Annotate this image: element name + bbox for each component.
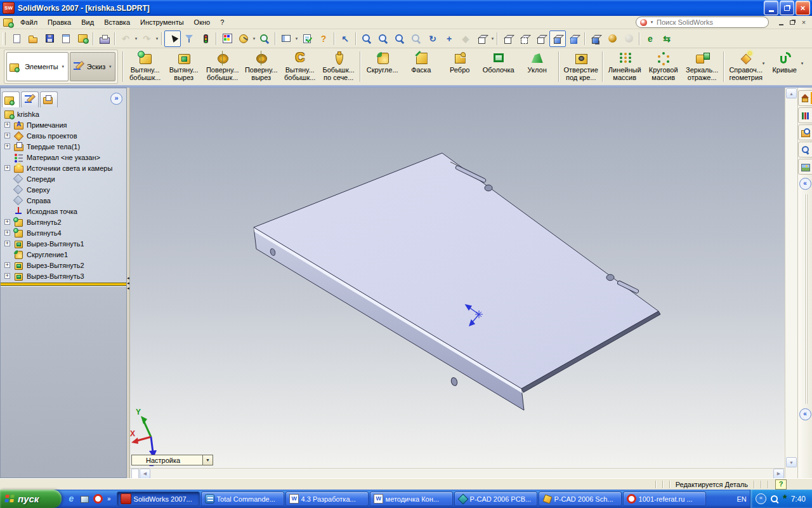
- search-dropdown-icon[interactable]: ▾: [650, 20, 654, 25]
- tree-item-cut[interactable]: +Вырез-Вытянуть1: [1, 238, 126, 249]
- dropdown-icon[interactable]: ▾: [490, 36, 495, 41]
- apply-scene-button[interactable]: [620, 30, 637, 47]
- tab-property-manager[interactable]: [21, 91, 39, 107]
- scroll-right-icon[interactable]: ▶: [773, 469, 784, 479]
- taskbar-button[interactable]: P-CAD 2006 Sch...: [539, 491, 622, 506]
- status-help-button[interactable]: ?: [775, 479, 787, 490]
- revolved-boss-button[interactable]: Поверну...бобышк...: [203, 50, 242, 84]
- restore-button[interactable]: [780, 1, 794, 15]
- taskpane-collapse-icon[interactable]: «: [799, 408, 811, 420]
- close-button[interactable]: ×: [796, 1, 810, 15]
- scroll-down-icon[interactable]: ▼: [786, 457, 797, 467]
- selection-filter-button[interactable]: [181, 30, 197, 47]
- taskpane-tab-design-library[interactable]: [798, 107, 812, 123]
- tree-item-plane[interactable]: Спереди: [1, 173, 126, 184]
- linear-pattern-button[interactable]: Линейныймассив: [605, 50, 644, 84]
- options-button[interactable]: [299, 30, 315, 47]
- taskpane-grip[interactable]: [805, 194, 806, 404]
- configuration-combo[interactable]: Настройка ▼: [131, 455, 213, 465]
- expand-icon[interactable]: +: [4, 273, 10, 279]
- new-document-button[interactable]: [8, 30, 25, 47]
- shaded-with-edges-button[interactable]: [549, 30, 566, 47]
- tree-item-folder-cube[interactable]: +Твердые тела(1): [1, 141, 126, 152]
- expand-icon[interactable]: +: [4, 262, 10, 268]
- show-desktop-icon[interactable]: [81, 496, 89, 503]
- tree-item-origin[interactable]: Исходная точка: [1, 206, 126, 217]
- undo-button[interactable]: ↶: [117, 30, 134, 47]
- tab-sketch[interactable]: Эскиз ▾: [70, 52, 115, 81]
- sketch-tab-dropdown-icon[interactable]: ▾: [108, 64, 112, 69]
- fillet-button[interactable]: Скругле...: [363, 50, 402, 84]
- expand-icon[interactable]: +: [4, 241, 10, 246]
- dropdown-icon[interactable]: ▾: [134, 36, 138, 41]
- make-drawing-from-part-button[interactable]: [58, 30, 74, 47]
- wireframe-button[interactable]: [500, 30, 516, 47]
- rotate-view-button[interactable]: ↻: [424, 30, 441, 47]
- expand-icon[interactable]: +: [4, 122, 10, 128]
- tree-item-boss[interactable]: +Вытянуть2: [1, 217, 126, 227]
- draft-button[interactable]: Уклон: [518, 50, 556, 84]
- search-input[interactable]: ▾ Поиск SolidWorks: [636, 17, 769, 28]
- taskbar-button[interactable]: методичка Кон...: [370, 491, 453, 506]
- view-settings-button[interactable]: [278, 30, 294, 47]
- rebuild-button[interactable]: [197, 30, 214, 47]
- view-orientation-button[interactable]: [474, 30, 490, 47]
- extruded-cut-button[interactable]: Вытяну...вырез: [164, 50, 203, 84]
- tab-feature-manager[interactable]: [2, 91, 20, 107]
- help-button[interactable]: ?: [315, 30, 332, 47]
- dropdown-icon[interactable]: ▾: [155, 36, 159, 41]
- quick-launch-more-icon[interactable]: »: [107, 495, 111, 502]
- tree-root-item[interactable]: krishka: [1, 109, 126, 119]
- chamfer-button[interactable]: Фаска: [402, 50, 440, 84]
- dropdown-icon[interactable]: ▾: [801, 61, 804, 66]
- lofted-boss-button[interactable]: Бобышк...по сече...: [319, 50, 358, 84]
- previous-view-button[interactable]: ↖: [337, 30, 353, 47]
- taskbar-button[interactable]: 4.3 Разработка...: [285, 491, 369, 506]
- horizontal-scrollbar[interactable]: ◀ ▶: [130, 468, 785, 478]
- expand-icon[interactable]: +: [4, 219, 10, 225]
- measure-button[interactable]: [235, 30, 252, 47]
- expand-icon[interactable]: +: [4, 165, 10, 171]
- physical-dynamics-button[interactable]: ⇆: [658, 30, 675, 47]
- hidden-lines-removed-button[interactable]: [533, 30, 549, 47]
- menu-item-Файл[interactable]: Файл: [15, 17, 43, 27]
- vertical-scrollbar[interactable]: ▲ ▼: [785, 88, 797, 478]
- reference-geometry-button[interactable]: Справоч...геометрия▾: [726, 50, 765, 84]
- shell-button[interactable]: Оболочка: [479, 50, 518, 84]
- taskpane-collapse-icon[interactable]: «: [799, 178, 811, 190]
- features-tab-dropdown-icon[interactable]: ▾: [61, 64, 65, 69]
- tray-search-icon[interactable]: [770, 495, 779, 504]
- minimize-button[interactable]: [764, 1, 778, 15]
- tray-antivirus-icon[interactable]: *: [783, 495, 787, 504]
- make-assembly-from-part-button[interactable]: [74, 30, 91, 47]
- expand-icon[interactable]: +: [4, 144, 10, 149]
- part-hole-right[interactable]: [606, 274, 614, 281]
- zoom-to-selection-button[interactable]: [408, 30, 424, 47]
- scroll-left-icon[interactable]: ◀: [140, 469, 150, 479]
- extruded-boss-button[interactable]: Вытяну...бобышк...: [126, 50, 164, 84]
- taskpane-tab-view-palette[interactable]: [798, 159, 812, 175]
- taskpane-tab-file-explorer[interactable]: [798, 124, 812, 140]
- scroll-up-icon[interactable]: ▲: [786, 88, 797, 98]
- expand-icon[interactable]: +: [4, 230, 10, 236]
- child-minimize-button[interactable]: [775, 18, 787, 27]
- mirror-button[interactable]: Зеркаль...отраже...: [683, 50, 721, 84]
- rollback-bar[interactable]: [1, 283, 126, 286]
- menu-item-Вид[interactable]: Вид: [76, 17, 99, 27]
- menu-item-Вставка[interactable]: Вставка: [99, 17, 135, 27]
- hole-wizard-button[interactable]: Отверстиепод кре...: [561, 50, 600, 84]
- dropdown-icon[interactable]: ▾: [763, 61, 765, 66]
- hide-tray-icons-icon[interactable]: «: [756, 493, 766, 504]
- toolbar-grip[interactable]: [3, 32, 6, 45]
- taskbar-button[interactable]: 1001-referat.ru ...: [623, 491, 706, 506]
- revolved-cut-button[interactable]: Поверну...вырез: [242, 50, 280, 84]
- child-restore-button[interactable]: [787, 18, 798, 27]
- menu-item-Правка[interactable]: Правка: [43, 17, 76, 27]
- menu-item-Окно[interactable]: Окно: [189, 17, 216, 27]
- tree-item-cut[interactable]: +Вырез-Вытянуть2: [1, 260, 126, 271]
- taskbar-button[interactable]: Total Commande...: [201, 491, 284, 506]
- tab-configuration-manager[interactable]: [40, 91, 58, 107]
- taskpane-tab-solidworks-resources[interactable]: [798, 90, 812, 106]
- shaded-button[interactable]: [566, 30, 582, 47]
- tree-item-cut[interactable]: +Вырез-Вытянуть3: [1, 271, 126, 281]
